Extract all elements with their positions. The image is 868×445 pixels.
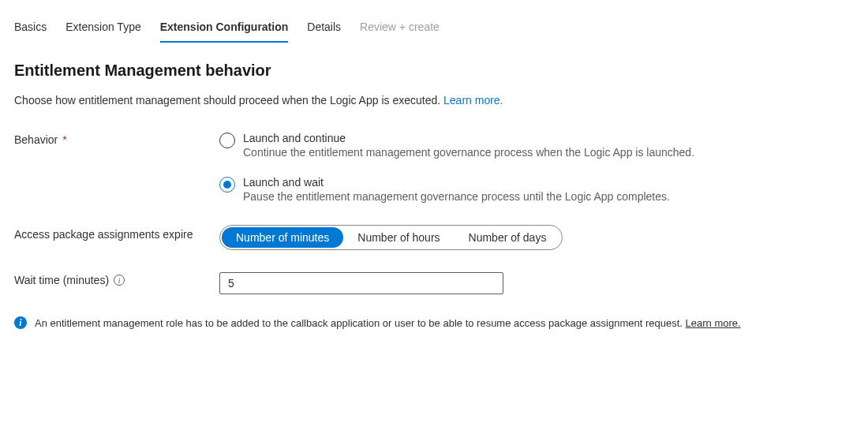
radio-icon [219, 177, 235, 193]
radio-launch-continue[interactable]: Launch and continue Continue the entitle… [219, 132, 854, 159]
info-badge-icon: i [14, 316, 27, 329]
required-indicator: * [62, 133, 66, 146]
radio-launch-continue-label: Launch and continue [243, 132, 694, 144]
behavior-label-text: Behavior [14, 133, 58, 146]
wait-time-label-text: Wait time (minutes) [14, 274, 109, 286]
info-learn-more-link[interactable]: Learn more. [686, 317, 741, 329]
expire-pill-group: Number of minutes Number of hours Number… [219, 225, 563, 250]
wait-time-control [219, 272, 854, 294]
expire-label: Access package assignments expire [14, 225, 219, 243]
radio-launch-wait-desc: Pause the entitlement management governa… [243, 190, 670, 203]
radio-launch-wait-label: Launch and wait [243, 176, 670, 189]
radio-text: Launch and continue Continue the entitle… [243, 132, 694, 159]
tab-extension-configuration[interactable]: Extension Configuration [160, 14, 289, 41]
radio-icon [219, 133, 235, 148]
tab-bar: Basics Extension Type Extension Configur… [14, 14, 854, 41]
info-box: i An entitlement management role has to … [14, 316, 854, 329]
info-text: An entitlement management role has to be… [35, 317, 686, 329]
tab-basics[interactable]: Basics [14, 14, 47, 41]
tab-details[interactable]: Details [307, 14, 341, 41]
behavior-row: Behavior * Launch and continue Continue … [14, 132, 854, 203]
section-description-text: Choose how entitlement management should… [14, 94, 443, 107]
expire-control: Number of minutes Number of hours Number… [219, 225, 854, 250]
behavior-radio-group: Launch and continue Continue the entitle… [219, 132, 854, 203]
section-title: Entitlement Management behavior [14, 62, 854, 80]
radio-text: Launch and wait Pause the entitlement ma… [243, 176, 670, 203]
expire-row: Access package assignments expire Number… [14, 225, 854, 250]
learn-more-link[interactable]: Learn more. [443, 94, 503, 107]
tab-extension-type[interactable]: Extension Type [65, 14, 140, 41]
behavior-control: Launch and continue Continue the entitle… [219, 132, 854, 203]
behavior-label: Behavior * [14, 132, 219, 146]
radio-launch-continue-desc: Continue the entitlement management gove… [243, 146, 694, 159]
wait-time-label: Wait time (minutes) i [14, 272, 219, 286]
pill-hours[interactable]: Number of hours [343, 227, 454, 248]
wait-time-row: Wait time (minutes) i [14, 272, 854, 294]
radio-launch-wait[interactable]: Launch and wait Pause the entitlement ma… [219, 176, 854, 203]
section-description: Choose how entitlement management should… [14, 94, 854, 107]
wait-time-input[interactable] [219, 272, 503, 294]
info-icon[interactable]: i [114, 275, 125, 286]
pill-minutes[interactable]: Number of minutes [222, 227, 343, 248]
pill-days[interactable]: Number of days [455, 227, 561, 248]
tab-review-create[interactable]: Review + create [360, 14, 440, 41]
info-text-wrap: An entitlement management role has to be… [35, 317, 741, 329]
